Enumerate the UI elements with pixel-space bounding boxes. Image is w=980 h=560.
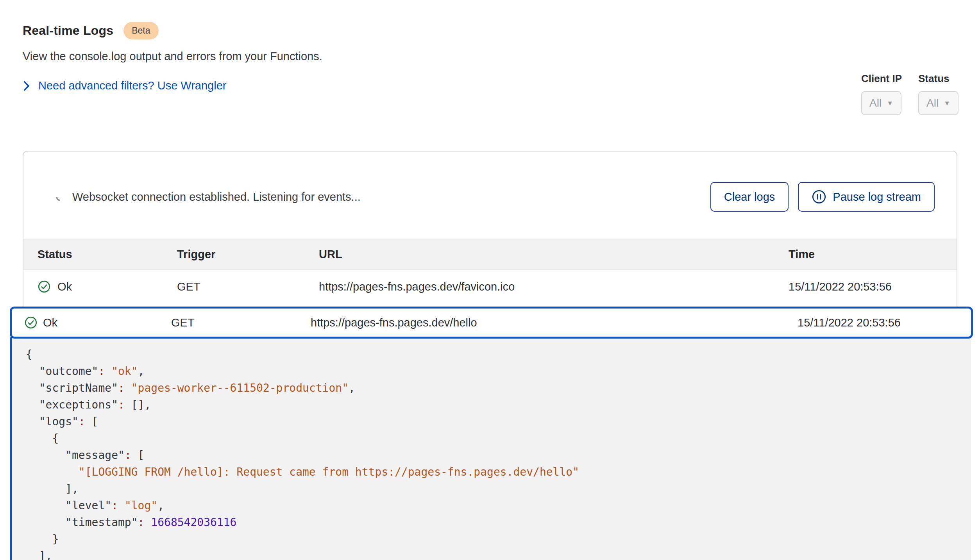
- row-trigger-cell: GET: [177, 280, 319, 293]
- status-dropdown[interactable]: All ▼: [918, 91, 959, 115]
- expanded-time-cell: 15/11/2022 20:53:56: [798, 316, 971, 329]
- log-table-row[interactable]: Ok GET https://pages-fns.pages.dev/favic…: [23, 270, 957, 303]
- wrangler-link-label: Need advanced filters? Use Wrangler: [38, 79, 226, 92]
- wrangler-link[interactable]: Need advanced filters? Use Wrangler: [23, 79, 226, 92]
- caret-down-icon: ▼: [944, 100, 950, 107]
- expanded-trigger-cell: GET: [171, 316, 311, 329]
- title-row: Real-time Logs Beta: [23, 22, 957, 39]
- toolbar-buttons: Clear logs Pause log stream: [710, 182, 935, 212]
- column-header-trigger: Trigger: [177, 248, 319, 261]
- success-check-icon: [38, 280, 51, 293]
- row-status-text: Ok: [57, 280, 72, 293]
- page-title: Real-time Logs: [23, 23, 113, 38]
- expanded-status-cell: Ok: [12, 316, 171, 329]
- client-ip-dropdown[interactable]: All ▼: [861, 91, 901, 115]
- caret-down-icon: ▼: [887, 100, 893, 107]
- column-header-time: Time: [789, 248, 957, 261]
- beta-badge: Beta: [123, 22, 158, 39]
- row-time-cell: 15/11/2022 20:53:56: [789, 280, 957, 293]
- pause-icon: [812, 189, 826, 204]
- status-label: Status: [918, 73, 959, 85]
- logs-card: Websocket connection established. Listen…: [23, 151, 957, 560]
- pause-log-stream-button[interactable]: Pause log stream: [798, 182, 935, 212]
- pause-log-stream-label: Pause log stream: [833, 191, 921, 203]
- expanded-log-row[interactable]: Ok GET https://pages-fns.pages.dev/hello…: [10, 307, 973, 339]
- page-subtitle: View the console.log output and errors f…: [23, 50, 957, 63]
- log-filters: Client IP All ▼ Status All ▼: [861, 73, 959, 115]
- spinner-icon: [55, 191, 66, 202]
- column-header-status: Status: [23, 248, 177, 261]
- websocket-status: Websocket connection established. Listen…: [55, 191, 361, 203]
- logs-toolbar: Websocket connection established. Listen…: [23, 152, 957, 239]
- filter-status: Status All ▼: [918, 73, 959, 115]
- page-header: Real-time Logs Beta View the console.log…: [0, 0, 980, 92]
- column-header-url: URL: [319, 248, 789, 261]
- success-check-icon: [24, 316, 38, 329]
- client-ip-label: Client IP: [861, 73, 902, 85]
- expanded-url-cell: https://pages-fns.pages.dev/hello: [311, 316, 798, 329]
- filter-client-ip: Client IP All ▼: [861, 73, 902, 115]
- log-table-header: Status Trigger URL Time: [23, 239, 957, 270]
- log-json: { "outcome": "ok", "scriptName": "pages-…: [26, 346, 971, 560]
- status-value: All: [926, 97, 939, 109]
- row-status-cell: Ok: [23, 280, 177, 293]
- clear-logs-label: Clear logs: [724, 191, 775, 203]
- chevron-right-icon: [23, 80, 30, 92]
- websocket-status-text: Websocket connection established. Listen…: [72, 191, 361, 203]
- realtime-logs-page: Real-time Logs Beta View the console.log…: [0, 0, 980, 560]
- expanded-status-text: Ok: [43, 316, 57, 329]
- client-ip-value: All: [869, 97, 882, 109]
- row-url-cell: https://pages-fns.pages.dev/favicon.ico: [319, 280, 789, 293]
- expanded-log-entry: Ok GET https://pages-fns.pages.dev/hello…: [10, 307, 973, 560]
- log-json-panel: { "outcome": "ok", "scriptName": "pages-…: [10, 337, 971, 560]
- clear-logs-button[interactable]: Clear logs: [710, 182, 789, 212]
